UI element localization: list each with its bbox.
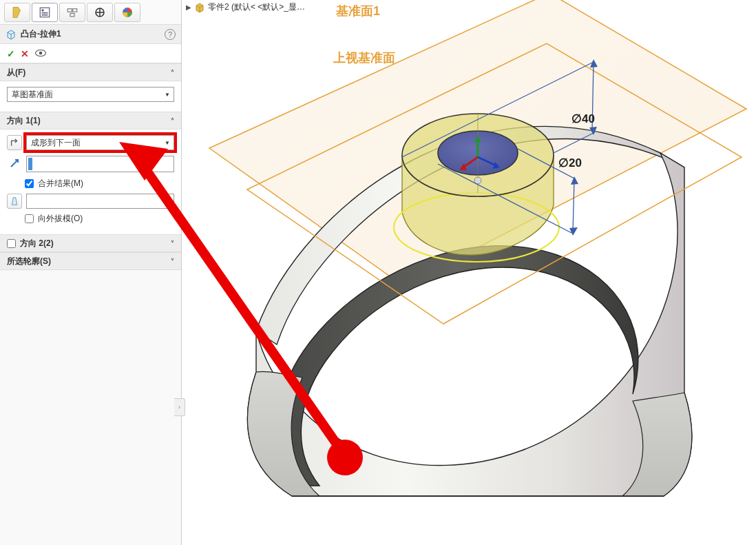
tab-property-manager[interactable] (32, 3, 58, 22)
panel-tab-bar (0, 0, 181, 25)
svg-rect-2 (42, 12, 48, 14)
merge-result-checkbox[interactable] (25, 179, 34, 188)
feature-title: 凸台-拉伸1 (21, 28, 165, 40)
from-start-value: 草图基准面 (12, 89, 53, 101)
part-icon (194, 2, 205, 13)
breadcrumb-bar: ▶ 零件2 (默认< <默认>_显… (186, 1, 305, 13)
3d-viewport[interactable]: ▶ 零件2 (默认< <默认>_显… (182, 0, 756, 545)
collapse-icon[interactable]: ˄ (171, 117, 174, 125)
merge-result-label: 合并结果(M) (38, 178, 83, 189)
direction1-section-body: 成形到下一面 ▼ 合并结果(M) 向外拔模(O) (0, 130, 181, 234)
contours-label: 所选轮廓(S) (7, 256, 51, 267)
extrude-icon (6, 29, 17, 40)
property-manager-panel: 凸台-拉伸1 ? ✓ ✕ 从(F) ˄ 草图基准面 ▼ 方向 1(1) ˄ (0, 0, 182, 545)
tab-feature-tree[interactable] (4, 3, 30, 22)
svg-rect-3 (42, 14, 48, 16)
collapse-icon[interactable]: ˅ (171, 240, 174, 247)
from-section-label: 从(F) (7, 67, 25, 79)
contours-section-header[interactable]: 所选轮廓(S) ˅ (0, 252, 181, 270)
tab-configuration[interactable] (59, 3, 85, 22)
collapse-icon[interactable]: ˅ (171, 258, 174, 265)
draft-outward-label: 向外拔模(O) (38, 213, 83, 225)
merge-result-row: 合并结果(M) (7, 178, 174, 189)
dim20-text: ∅20 (558, 156, 582, 169)
collapse-icon[interactable]: ˄ (171, 69, 174, 76)
direction-vector-row (7, 156, 174, 172)
plane1-label: 基准面1 (335, 4, 380, 18)
direction-vector-icon (7, 156, 22, 171)
end-condition-value: 成形到下一面 (31, 137, 81, 149)
svg-rect-5 (73, 9, 77, 12)
direction1-section-header[interactable]: 方向 1(1) ˄ (0, 112, 181, 130)
draft-row (7, 194, 174, 209)
panel-flyout-tab[interactable]: › (174, 398, 185, 416)
dropdown-arrow-icon: ▼ (164, 140, 171, 146)
ok-button[interactable]: ✓ (7, 48, 15, 59)
from-start-select[interactable]: 草图基准面 ▼ (7, 87, 174, 102)
svg-rect-4 (67, 9, 72, 12)
breadcrumb-arrow-icon[interactable]: ▶ (186, 3, 191, 11)
tab-dimxpert[interactable] (87, 3, 113, 22)
scene-canvas: 基准面1 (182, 0, 756, 545)
reverse-direction-button[interactable] (7, 135, 22, 150)
svg-rect-1 (42, 10, 44, 12)
direction1-label: 方向 1(1) (7, 115, 41, 127)
help-button[interactable]: ? (165, 29, 176, 40)
draft-angle-field[interactable] (26, 194, 174, 209)
svg-rect-6 (70, 14, 74, 17)
draft-outward-checkbox[interactable] (25, 214, 34, 223)
selection-indicator (28, 158, 32, 170)
breadcrumb-part-name[interactable]: 零件2 (默认< <默认>_显… (208, 1, 305, 13)
from-section-header[interactable]: 从(F) ˄ (0, 63, 181, 81)
draft-outward-row: 向外拔模(O) (7, 213, 174, 225)
preview-toggle-icon[interactable] (34, 49, 47, 59)
direction2-section-header[interactable]: 方向 2(2) ˅ (0, 234, 181, 252)
confirm-row: ✓ ✕ (0, 44, 181, 63)
dropdown-arrow-icon: ▼ (164, 92, 171, 98)
draft-button[interactable] (7, 194, 22, 209)
svg-point-10 (39, 51, 43, 54)
end-condition-select[interactable]: 成形到下一面 ▼ (26, 135, 174, 150)
tab-render[interactable] (114, 3, 140, 22)
direction-vector-field[interactable] (26, 156, 174, 172)
cancel-button[interactable]: ✕ (21, 48, 29, 59)
plane2-label: 上视基准面 (333, 51, 395, 65)
from-section-body: 草图基准面 ▼ (0, 81, 181, 112)
dim40-text: ∅40 (571, 112, 595, 125)
direction2-label: 方向 2(2) (20, 238, 54, 249)
feature-header-row: 凸台-拉伸1 ? (0, 25, 181, 44)
direction2-enable-checkbox[interactable] (7, 239, 16, 248)
